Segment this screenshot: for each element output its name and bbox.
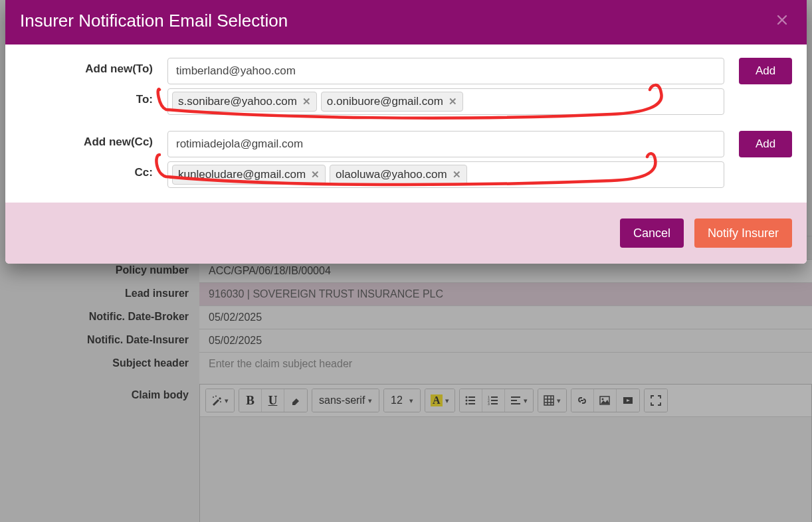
notify-insurer-button[interactable]: Notify Insurer (694, 218, 792, 248)
to-email-input[interactable] (167, 58, 724, 84)
add-to-button[interactable]: Add (739, 58, 792, 84)
modal-title: Insurer Notification Email Selection (20, 11, 288, 31)
email-chip-text: olaoluwa@yahoo.com (336, 168, 447, 181)
row-to-chips: To: s.sonibare@yahoo.com✕o.onibuore@gmai… (20, 88, 792, 115)
cc-chips-box[interactable]: kunleoludare@gmail.com✕olaoluwa@yahoo.co… (167, 161, 724, 188)
modal-body: Add new(To) Add To: s.sonibare@yahoo.com… (5, 44, 807, 203)
label-add-cc: Add new(Cc) (20, 131, 153, 149)
cc-email-input[interactable] (167, 131, 724, 157)
remove-chip-icon[interactable]: ✕ (453, 169, 461, 181)
email-chip: o.onibuore@gmail.com✕ (321, 92, 463, 112)
remove-chip-icon[interactable]: ✕ (449, 96, 457, 108)
email-chip: kunleoludare@gmail.com✕ (172, 165, 326, 185)
row-add-to: Add new(To) Add (20, 58, 792, 84)
email-chip-text: o.onibuore@gmail.com (327, 95, 443, 108)
modal-close-button[interactable] (772, 13, 792, 29)
label-cc: Cc: (20, 161, 153, 179)
remove-chip-icon[interactable]: ✕ (311, 169, 320, 181)
modal-header: Insurer Notification Email Selection (5, 0, 807, 44)
email-chip: olaoluwa@yahoo.com✕ (330, 165, 467, 185)
row-cc-chips: Cc: kunleoludare@gmail.com✕olaoluwa@yaho… (20, 161, 792, 188)
email-chip: s.sonibare@yahoo.com✕ (172, 92, 317, 112)
to-chips-box[interactable]: s.sonibare@yahoo.com✕o.onibuore@gmail.co… (167, 88, 724, 115)
email-selection-modal: Insurer Notification Email Selection Add… (5, 0, 807, 264)
modal-footer: Cancel Notify Insurer (5, 203, 807, 264)
close-icon (776, 14, 788, 26)
cancel-button[interactable]: Cancel (620, 218, 684, 248)
add-cc-button[interactable]: Add (739, 131, 792, 157)
email-chip-text: kunleoludare@gmail.com (178, 168, 306, 181)
email-chip-text: s.sonibare@yahoo.com (178, 95, 297, 108)
label-add-to: Add new(To) (20, 58, 153, 76)
remove-chip-icon[interactable]: ✕ (302, 96, 311, 108)
row-add-cc: Add new(Cc) Add (20, 131, 792, 157)
label-to: To: (20, 88, 153, 106)
